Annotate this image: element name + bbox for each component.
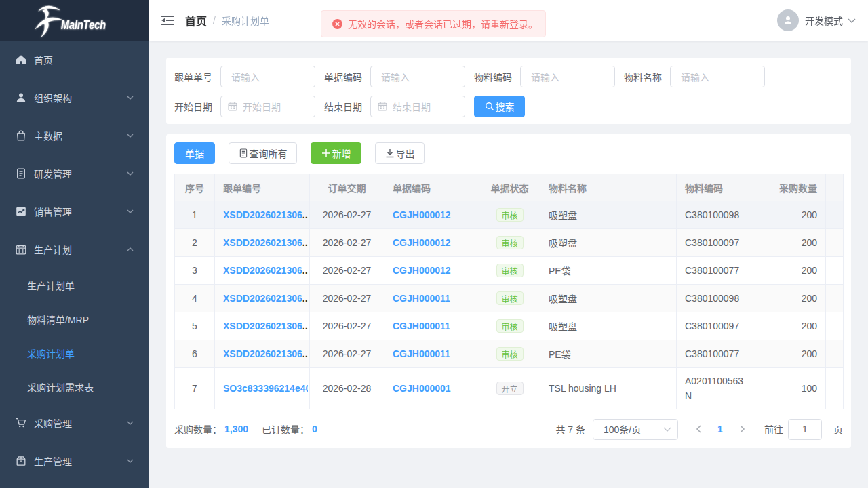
svg-text:MainTech: MainTech [61, 18, 106, 32]
